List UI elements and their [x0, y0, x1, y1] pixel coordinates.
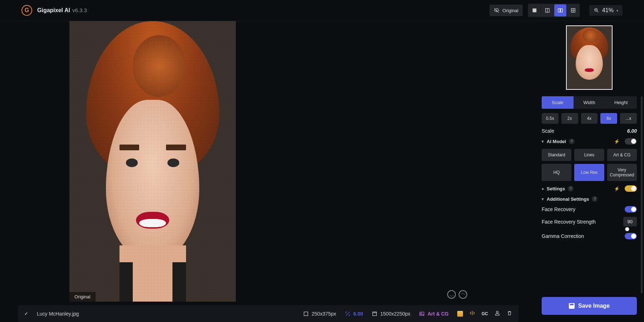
chevron-down-icon: ▾ — [542, 197, 544, 201]
scale-4x[interactable]: 4x — [581, 113, 598, 124]
face-recovery-toggle[interactable] — [625, 206, 637, 213]
face-strength-value[interactable]: 90 — [623, 217, 637, 226]
model-standard[interactable]: Standard — [542, 149, 571, 161]
color-profile-icon[interactable] — [457, 311, 463, 317]
svg-point-16 — [496, 311, 498, 313]
zoom-control[interactable]: 41% ▾ — [589, 5, 623, 16]
additional-settings-label: Additional Settings — [547, 196, 589, 202]
model-indicator: Art & CG — [419, 311, 449, 317]
save-label: Save Image — [578, 303, 610, 309]
help-icon[interactable]: ? — [592, 196, 597, 202]
view-mode-group — [528, 4, 580, 17]
original-toggle-button[interactable]: Original — [489, 5, 523, 16]
model-art-cg[interactable]: Art & CG — [607, 149, 637, 161]
svg-rect-4 — [561, 9, 562, 12]
scale-value: 6.00 — [627, 128, 637, 134]
view-grid-button[interactable] — [567, 4, 579, 16]
save-image-button[interactable]: Save Image — [542, 297, 637, 315]
original-image-panel[interactable]: Original — [69, 21, 236, 302]
additional-settings-header[interactable]: ▾ Additional Settings ? — [542, 196, 637, 202]
settings-header[interactable]: ▾ Settings ? ⚡ — [542, 185, 637, 192]
canvas-area: Original Low Resolution Updated — [0, 21, 537, 322]
scale-indicator: 6.00 — [345, 311, 363, 317]
side-by-side-icon — [557, 8, 563, 13]
source-dimensions: 250x375px — [303, 311, 336, 317]
lightning-icon: ⚡ — [614, 186, 620, 191]
svg-rect-3 — [558, 9, 560, 12]
chevron-down-icon: ▾ — [616, 9, 618, 13]
model-very-compressed[interactable]: Very Compressed — [607, 164, 637, 181]
original-label: Original — [69, 292, 96, 302]
app-logo: G — [21, 5, 32, 16]
original-toggle-label: Original — [502, 8, 518, 13]
settings-label: Settings — [547, 186, 565, 191]
chevron-right-icon: ▾ — [541, 187, 545, 190]
view-sidebyside-button[interactable] — [554, 4, 566, 16]
svg-line-9 — [597, 11, 598, 12]
help-icon[interactable]: ? — [568, 186, 574, 191]
scale-0-5x[interactable]: 0.5x — [542, 113, 558, 124]
ai-model-label: AI Model — [547, 139, 566, 144]
zoom-icon — [594, 8, 599, 13]
gamma-row: Gamma Correction — [542, 233, 637, 239]
face-strength-label: Face Recovery Strength — [542, 219, 596, 225]
person-icon[interactable] — [494, 310, 500, 317]
image-icon — [419, 311, 425, 317]
settings-auto-toggle[interactable] — [625, 185, 637, 192]
svg-rect-12 — [304, 312, 308, 316]
eye-off-icon — [494, 8, 499, 13]
compare-split-icon[interactable] — [469, 310, 475, 317]
split-vertical-icon — [545, 8, 550, 13]
settings-sidebar: Scale Width Height 0.5x 2x 4x 6x ...x Sc… — [537, 21, 644, 322]
ai-model-auto-toggle[interactable] — [625, 138, 637, 145]
sidebar-scrollbar[interactable] — [641, 96, 643, 293]
filename-label[interactable]: Lucy McHanley.jpg — [37, 311, 79, 317]
file-info-bar: ✓ Lucy McHanley.jpg 250x375px 6.00 1500x… — [18, 305, 519, 322]
scale-readout: Scale 6.00 — [542, 128, 637, 134]
svg-rect-0 — [533, 9, 537, 13]
model-hq[interactable]: HQ — [542, 164, 571, 181]
svg-rect-13 — [372, 312, 376, 316]
tab-height[interactable]: Height — [605, 96, 637, 109]
tab-width[interactable]: Width — [574, 96, 605, 109]
grid-icon — [570, 8, 576, 13]
scale-custom[interactable]: ...x — [620, 113, 637, 124]
view-single-button[interactable] — [528, 4, 541, 16]
gamma-toggle[interactable] — [625, 233, 637, 239]
model-low-res[interactable]: Low Res — [574, 164, 604, 181]
scale-label: Scale — [542, 128, 554, 134]
chevron-down-icon: ▾ — [542, 139, 544, 144]
app-version: v6.3.3 — [72, 7, 87, 13]
help-icon[interactable]: ? — [569, 138, 575, 144]
face-recovery-row: Face Recovery — [542, 206, 637, 213]
single-pane-icon — [532, 8, 537, 13]
model-grid: Standard Lines Art & CG HQ Low Res Very … — [542, 149, 637, 181]
feedback-sad-button[interactable]: ◠ — [459, 290, 467, 299]
scale-2x[interactable]: 2x — [561, 113, 578, 124]
model-lines[interactable]: Lines — [574, 149, 604, 161]
output-dimensions: 1500x2250px — [372, 311, 410, 317]
lightning-icon: ⚡ — [614, 139, 620, 144]
gc-label: GC — [482, 311, 488, 316]
face-strength-row: Face Recovery Strength 90 — [542, 217, 637, 229]
view-split-button[interactable] — [541, 4, 553, 16]
app-name: Gigapixel AI — [37, 7, 70, 13]
output-icon — [372, 311, 377, 317]
navigator-thumbnail[interactable] — [566, 25, 613, 90]
file-check-icon: ✓ — [24, 311, 28, 316]
feedback-happy-button[interactable]: ◡ — [447, 290, 456, 299]
tab-scale[interactable]: Scale — [542, 96, 574, 109]
face-recovery-label: Face Recovery — [542, 206, 575, 212]
expand-icon — [345, 311, 351, 317]
delete-icon[interactable] — [507, 310, 512, 317]
scale-6x[interactable]: 6x — [600, 113, 617, 124]
dimensions-icon — [303, 311, 309, 317]
zoom-value: 41% — [602, 7, 614, 14]
save-icon — [569, 303, 575, 309]
ai-model-header[interactable]: ▾ AI Model ? ⚡ — [542, 138, 637, 145]
feedback-icons: ◡ ◠ — [445, 290, 467, 302]
app-title: Gigapixel AI v6.3.3 — [37, 7, 87, 14]
top-bar: G Gigapixel AI v6.3.3 Original 41% ▾ — [0, 0, 644, 21]
resize-mode-tabs: Scale Width Height — [542, 96, 637, 109]
scale-preset-buttons: 0.5x 2x 4x 6x ...x — [542, 113, 637, 124]
